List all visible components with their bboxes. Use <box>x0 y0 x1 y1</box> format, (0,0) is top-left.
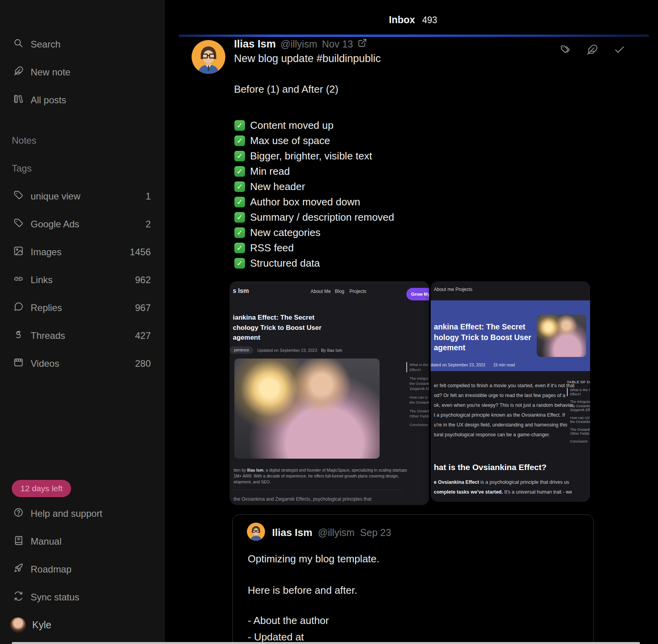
blog-logo: s Ism <box>233 287 249 295</box>
accent-progress-line <box>179 35 649 37</box>
tweet-author-name[interactable]: Ilias Ism <box>234 38 276 50</box>
tag-icon <box>13 218 24 231</box>
check-emoji-icon: ✓ <box>234 258 245 269</box>
quoted-author-handle: @illyism <box>318 527 355 538</box>
sidebar-item-roadmap[interactable]: Roadmap <box>0 555 164 583</box>
sidebar-tag-videos[interactable]: Videos 280 <box>0 349 164 377</box>
quoted-text-line: - Updated at <box>248 631 304 643</box>
tweet-image-before[interactable]: s Ism About Me Blog Projects Grow My Bu … <box>230 281 429 505</box>
quoted-author-name: Ilias Ism <box>272 527 313 539</box>
checklist-item: ✓RSS feed <box>234 243 394 253</box>
sidebar-item-label: Videos <box>31 358 128 369</box>
help-circle-icon <box>13 507 24 520</box>
table-of-contents: TABLE OF CONTE What is the Ovsi Effect? … <box>567 380 590 447</box>
tweet-text-line: Before (1) and After (2) <box>234 83 338 95</box>
toc-header: TABLE OF CONTE <box>567 380 590 384</box>
tags-action-icon[interactable] <box>560 44 572 56</box>
checklist-item: ✓Author box moved down <box>234 197 394 207</box>
sidebar-item-label: Manual <box>31 536 151 547</box>
check-emoji-icon: ✓ <box>234 197 245 207</box>
tweet-author-handle[interactable]: @illyism <box>281 38 317 50</box>
sidebar-item-new-note[interactable]: New note <box>0 58 164 86</box>
article-teaser: the Ovsiankina and Zeigarnik Effects, ps… <box>234 496 371 502</box>
sidebar-item-help[interactable]: Help and support <box>0 499 164 527</box>
checklist-item: ✓Max use of space <box>234 135 394 146</box>
user-account[interactable]: Kyle <box>0 611 164 639</box>
check-emoji-icon: ✓ <box>234 135 245 146</box>
sidebar-section-notes[interactable]: Notes <box>0 126 164 154</box>
link-icon <box>13 274 24 286</box>
checklist-item: ✓Summary / description removed <box>234 212 394 223</box>
bottom-edge-bar <box>12 642 640 644</box>
app-window: Search New note All posts Notes Tags uni… <box>0 0 658 644</box>
tweet-header: Ilias Ism @illyism Nov 13 <box>234 38 367 50</box>
image-icon <box>13 246 24 258</box>
blog-nav-link: Blog <box>335 289 344 294</box>
sidebar-item-search[interactable]: Search <box>0 30 164 58</box>
sync-icon <box>13 591 24 604</box>
category-pill: perience <box>230 346 253 354</box>
checklist-item: ✓Bigger, brighter, visible text <box>234 151 394 161</box>
user-avatar <box>10 617 26 633</box>
check-emoji-icon: ✓ <box>234 120 245 131</box>
sidebar-tag-google-ads[interactable]: Google Ads 2 <box>0 210 164 238</box>
blog-hero-banner: ankina Effect: The Secret hology Trick t… <box>431 300 590 371</box>
blog-title: iankina Effect: The Secret chology Trick… <box>233 313 322 343</box>
sidebar-item-label: Help and support <box>31 508 151 519</box>
library-icon <box>13 94 24 106</box>
grow-business-button: Grow My Bu <box>406 288 429 300</box>
checklist-item: ✓Min read <box>234 166 394 177</box>
blog-nav-link: About me <box>434 287 454 292</box>
sidebar-tag-unique-view[interactable]: unique view 1 <box>0 182 164 210</box>
threads-icon <box>13 329 24 342</box>
check-emoji-icon: ✓ <box>234 181 245 192</box>
quoted-author-avatar <box>247 523 265 541</box>
quoted-tweet[interactable]: Ilias Ism @illyism Sep 23 Optimizing my … <box>232 514 594 644</box>
blog-nav-link: About Me <box>311 289 331 294</box>
feather-icon <box>13 66 24 79</box>
sidebar-tag-links[interactable]: Links 962 <box>0 266 164 294</box>
sidebar-section-tags[interactable]: Tags <box>0 154 164 182</box>
check-emoji-icon: ✓ <box>234 212 245 223</box>
blog-nav-link: Projects <box>349 289 366 294</box>
sidebar: Search New note All posts Notes Tags uni… <box>0 0 164 644</box>
hero-photo-woman-lightbulb <box>234 359 380 459</box>
quoted-text-line: Here is before and after. <box>248 584 357 596</box>
sidebar-item-sync-status[interactable]: Sync status <box>0 583 164 611</box>
sidebar-item-label: Roadmap <box>31 564 151 575</box>
sidebar-item-manual[interactable]: Manual <box>0 527 164 555</box>
tag-icon <box>13 190 24 203</box>
tweet-author-avatar[interactable] <box>192 40 225 74</box>
tweet-date[interactable]: Nov 13 <box>322 38 353 50</box>
sidebar-tag-threads[interactable]: Threads 427 <box>0 322 164 349</box>
page-title: Inbox <box>389 14 415 25</box>
read-time: 15 min read <box>493 362 515 367</box>
sidebar-tag-replies[interactable]: Replies 967 <box>0 294 164 322</box>
sidebar-item-label: Google Ads <box>31 219 139 230</box>
check-emoji-icon: ✓ <box>234 227 245 238</box>
sidebar-item-label: Search <box>31 39 151 50</box>
inbox-header: Inbox493 <box>168 14 658 26</box>
sidebar-item-all-posts[interactable]: All posts <box>0 86 164 114</box>
quoted-text-line: - About the author <box>248 615 329 627</box>
trial-badge: 12 days left <box>12 480 71 497</box>
sidebar-item-label: All posts <box>31 95 151 106</box>
blog-title: ankina Effect: The Secret hology Trick t… <box>434 322 531 353</box>
mark-done-check-icon[interactable] <box>614 44 625 56</box>
hero-thumbnail-woman-lightbulb <box>537 315 586 357</box>
section-heading: hat is the Ovsiankina Effect? <box>434 463 547 472</box>
video-icon <box>13 357 24 370</box>
tweet-image-after[interactable]: About me Projects ankina Effect: The Sec… <box>431 281 590 502</box>
check-emoji-icon: ✓ <box>234 243 245 253</box>
user-name: Kyle <box>32 619 51 631</box>
compose-feather-icon[interactable] <box>586 44 598 56</box>
sidebar-tag-images[interactable]: Images 1456 <box>0 238 164 266</box>
check-emoji-icon: ✓ <box>234 151 245 161</box>
sidebar-item-label: unique view <box>31 191 139 202</box>
article-intro: er felt compelled to finish a movie you … <box>434 381 540 440</box>
external-link-icon[interactable] <box>358 38 367 49</box>
tweet-checklist: ✓Content moved up ✓Max use of space ✓Big… <box>234 120 394 269</box>
tag-count: 1 <box>146 191 151 202</box>
search-icon <box>13 38 24 51</box>
sidebar-item-label: Links <box>31 274 128 285</box>
